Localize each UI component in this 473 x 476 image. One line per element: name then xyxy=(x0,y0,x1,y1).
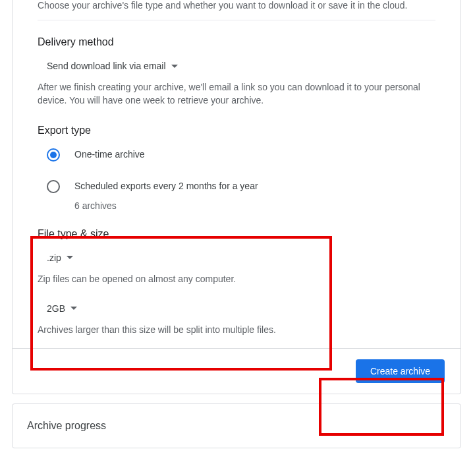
radio-button-unselected-icon xyxy=(47,180,60,193)
delivery-help-text: After we finish creating your archive, w… xyxy=(38,80,435,107)
divider xyxy=(38,20,435,20)
chevron-down-icon xyxy=(171,65,178,68)
footer: Create archive xyxy=(13,348,460,394)
intro-text: Choose your archive's file type and whet… xyxy=(38,0,435,11)
archive-progress-card: Archive progress xyxy=(12,403,461,448)
radio-one-time[interactable]: One-time archive xyxy=(47,148,435,162)
chevron-down-icon xyxy=(70,307,77,310)
filetype-selected: .zip xyxy=(47,253,61,263)
filesize-selected: 2GB xyxy=(47,303,65,314)
chevron-down-icon xyxy=(67,256,73,259)
filetype-dropdown[interactable]: .zip xyxy=(47,253,73,263)
radio-scheduled[interactable]: Scheduled exports every 2 months for a y… xyxy=(47,180,435,211)
delivery-method-title: Delivery method xyxy=(38,36,435,48)
filetype-help-text: Zip files can be opened on almost any co… xyxy=(38,272,435,285)
create-archive-button[interactable]: Create archive xyxy=(356,359,445,383)
delivery-method-selected: Send download link via email xyxy=(47,61,166,71)
export-type-title: Export type xyxy=(38,125,435,136)
radio-scheduled-sub: 6 archives xyxy=(74,200,258,211)
filetype-title: File type & size xyxy=(38,228,435,240)
radio-button-selected-icon xyxy=(47,148,60,162)
delivery-method-dropdown[interactable]: Send download link via email xyxy=(47,61,178,71)
filesize-help-text: Archives larger than this size will be s… xyxy=(38,323,435,336)
archive-progress-title: Archive progress xyxy=(27,420,446,432)
radio-one-time-label: One-time archive xyxy=(74,149,145,160)
radio-scheduled-label: Scheduled exports every 2 months for a y… xyxy=(74,181,258,191)
filesize-dropdown[interactable]: 2GB xyxy=(47,303,77,314)
